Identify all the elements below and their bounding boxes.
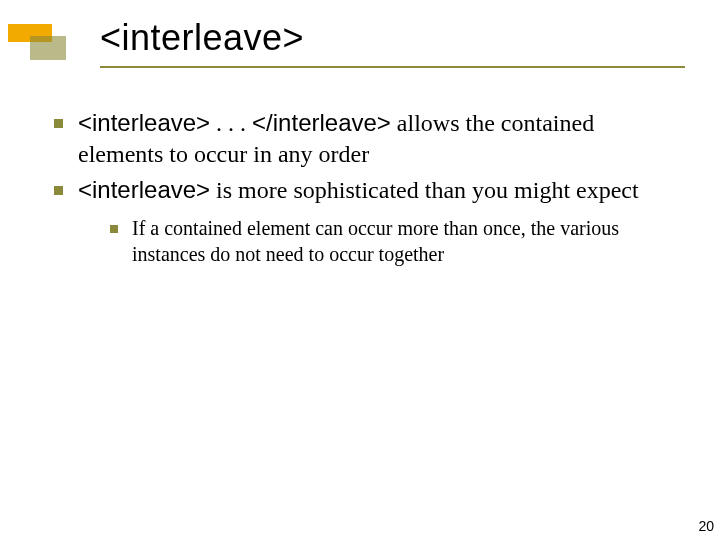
bullet-item: <interleave> is more sophisticated than …: [50, 175, 680, 267]
bullet-list: <interleave> . . . </interleave> allows …: [50, 108, 680, 267]
sub-bullet-list: If a contained element can occur more th…: [78, 216, 680, 267]
text-fragment: If a contained element can occur more th…: [132, 217, 619, 265]
slide-body: <interleave> . . . </interleave> allows …: [50, 108, 680, 273]
code-fragment: <interleave>: [78, 176, 210, 203]
sub-bullet-item: If a contained element can occur more th…: [108, 216, 680, 267]
slide-title: <interleave>: [100, 18, 685, 58]
text-fragment: . . .: [210, 110, 252, 136]
code-fragment: </interleave>: [252, 109, 391, 136]
code-fragment: <interleave>: [78, 109, 210, 136]
bullet-item: <interleave> . . . </interleave> allows …: [50, 108, 680, 169]
slide: <interleave> <interleave> . . . </interl…: [0, 0, 720, 540]
title-underline: <interleave>: [100, 18, 685, 68]
ornament-olive-box: [30, 36, 66, 60]
text-fragment: is more sophisticated than you might exp…: [210, 177, 639, 203]
page-number: 20: [698, 518, 714, 534]
